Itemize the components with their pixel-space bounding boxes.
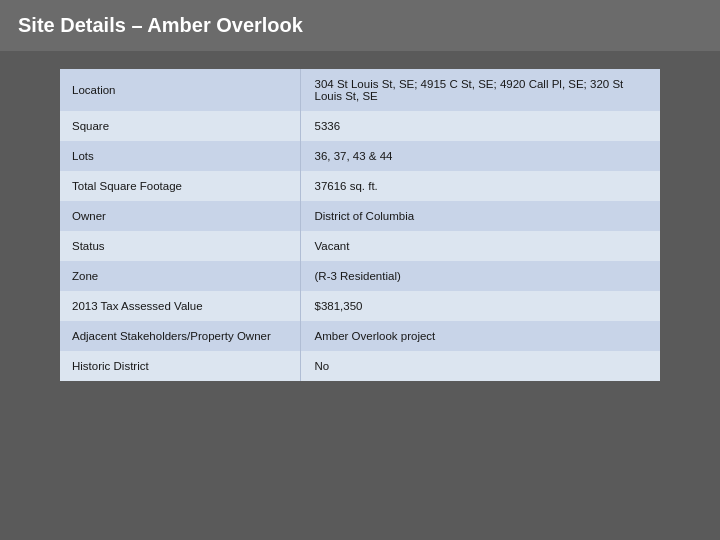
table-row: Adjacent Stakeholders/Property OwnerAmbe… [60,321,660,351]
row-label: Square [60,111,300,141]
details-table: Location304 St Louis St, SE; 4915 C St, … [60,69,660,381]
row-label: Owner [60,201,300,231]
row-label: Historic District [60,351,300,381]
table-row: Lots36, 37, 43 & 44 [60,141,660,171]
row-value: 304 St Louis St, SE; 4915 C St, SE; 4920… [300,69,660,111]
table-row: StatusVacant [60,231,660,261]
page-title: Site Details – Amber Overlook [18,14,303,36]
row-value: (R-3 Residential) [300,261,660,291]
row-label: 2013 Tax Assessed Value [60,291,300,321]
table-row: OwnerDistrict of Columbia [60,201,660,231]
row-value: No [300,351,660,381]
row-value: 5336 [300,111,660,141]
table-row: Total Square Footage37616 sq. ft. [60,171,660,201]
row-label: Lots [60,141,300,171]
row-label: Status [60,231,300,261]
row-value: Vacant [300,231,660,261]
table-row: Location304 St Louis St, SE; 4915 C St, … [60,69,660,111]
row-value: 36, 37, 43 & 44 [300,141,660,171]
row-label: Location [60,69,300,111]
table-row: Square5336 [60,111,660,141]
content-area: Location304 St Louis St, SE; 4915 C St, … [0,51,720,399]
row-value: $381,350 [300,291,660,321]
page-header: Site Details – Amber Overlook [0,0,720,51]
table-row: Historic DistrictNo [60,351,660,381]
row-value: District of Columbia [300,201,660,231]
row-label: Zone [60,261,300,291]
row-value: Amber Overlook project [300,321,660,351]
table-row: Zone(R-3 Residential) [60,261,660,291]
row-label: Total Square Footage [60,171,300,201]
row-label: Adjacent Stakeholders/Property Owner [60,321,300,351]
row-value: 37616 sq. ft. [300,171,660,201]
table-row: 2013 Tax Assessed Value$381,350 [60,291,660,321]
